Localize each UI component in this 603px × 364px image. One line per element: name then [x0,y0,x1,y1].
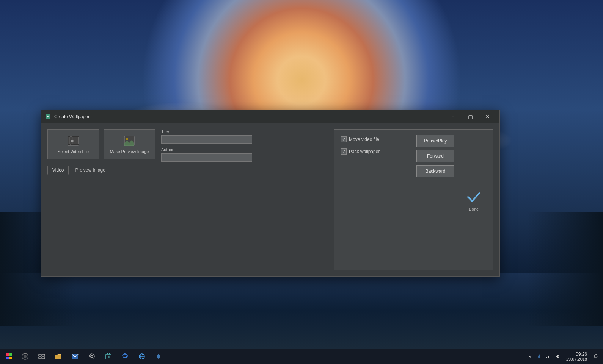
file-explorer-icon[interactable] [50,349,67,364]
forward-button[interactable]: Forward [416,150,454,162]
svg-point-10 [69,144,69,145]
clock-date: 29.07.2018 [566,357,587,361]
checkboxes-area: Move video file Pack wallpaper [341,135,410,264]
tray-rainmeter-icon[interactable] [535,349,543,364]
taskbar: 🛍 [0,349,603,364]
svg-point-25 [91,355,93,358]
svg-point-8 [70,136,71,137]
done-area: Done [460,135,487,264]
tab-content-area [161,166,328,270]
title-bar: Create Wallpaper − ▢ ✕ [41,110,499,123]
select-video-button[interactable]: Select Video File [47,129,99,159]
svg-rect-23 [42,357,45,359]
svg-rect-34 [550,355,550,358]
mail-icon[interactable] [67,349,83,364]
done-label: Done [469,207,479,211]
restore-button[interactable]: ▢ [462,110,479,123]
middle-panel: Title Author [161,129,328,270]
close-button[interactable]: ✕ [479,110,496,123]
title-input[interactable] [161,135,252,144]
window-controls: − ▢ ✕ [444,110,496,123]
cortana-icon[interactable] [17,349,33,364]
tab-preview-image[interactable]: Preivew Image [70,166,110,175]
move-video-checkbox[interactable] [341,136,347,142]
svg-rect-22 [39,357,41,359]
svg-rect-16 [6,357,9,359]
done-button[interactable] [465,188,483,206]
preview-image-label: Make Preview Image [110,149,149,154]
media-buttons: Select Video File Make Preview Image [47,129,155,159]
svg-point-7 [69,136,69,137]
author-field-group: Author [161,147,328,162]
move-video-label: Move video file [349,137,379,142]
taskbar-icons: 🛍 [17,349,167,364]
tray-expand-icon[interactable] [526,349,534,364]
system-tray [526,349,563,364]
svg-point-13 [126,138,128,140]
pack-wallpaper-checkbox[interactable] [341,148,347,155]
network-icon[interactable] [544,349,553,364]
window-title: Create Wallpaper [54,114,444,119]
make-preview-button[interactable]: Make Preview Image [104,129,155,159]
right-inner-panel: Move video file Pack wallpaper Pause/Pla… [334,129,493,270]
dialog-content: Select Video File Make Preview Image Vid… [41,123,499,276]
store-icon[interactable]: 🛍 [100,349,117,364]
tab-video[interactable]: Video [47,166,69,175]
notification-icon[interactable] [590,349,601,364]
svg-rect-32 [546,357,547,358]
start-button[interactable] [2,349,17,364]
rainmeter-icon[interactable] [150,349,167,364]
title-field-group: Title [161,129,328,144]
app-icon [44,113,51,120]
svg-point-9 [71,136,72,137]
move-video-checkbox-item[interactable]: Move video file [341,136,410,142]
minimize-button[interactable]: − [444,110,462,123]
create-wallpaper-window: Create Wallpaper − ▢ ✕ [41,110,500,277]
action-buttons-area: Pause/Play Forward Backward [416,135,454,264]
clock-time: 09:26 [576,352,587,357]
author-label: Author [161,147,328,152]
svg-text:🛍: 🛍 [107,355,110,358]
svg-rect-21 [42,354,45,356]
edge-icon[interactable] [117,349,133,364]
svg-rect-15 [9,353,12,356]
backward-button[interactable]: Backward [416,165,454,177]
svg-point-11 [70,144,71,145]
svg-point-19 [24,355,27,358]
svg-rect-14 [6,353,9,356]
pack-wallpaper-checkbox-item[interactable]: Pack wallpaper [341,148,410,155]
left-panel: Select Video File Make Preview Image Vid… [47,129,155,270]
tabs: Video Preivew Image [47,166,155,175]
title-label: Title [161,129,328,134]
ie-icon[interactable] [133,349,150,364]
taskbar-clock[interactable]: 09:26 29.07.2018 [563,349,590,364]
task-view-icon[interactable] [33,349,50,364]
volume-icon[interactable] [553,349,562,364]
pack-wallpaper-label: Pack wallpaper [349,149,380,154]
svg-marker-35 [556,355,558,358]
svg-point-26 [89,354,94,359]
select-video-label: Select Video File [58,149,89,154]
settings-icon[interactable] [83,349,100,364]
svg-rect-33 [548,356,549,358]
pause-play-button[interactable]: Pause/Play [416,135,454,147]
author-input[interactable] [161,153,252,162]
right-panel: Move video file Pack wallpaper Pause/Pla… [334,129,493,270]
svg-rect-17 [9,357,12,359]
svg-rect-20 [39,354,41,356]
